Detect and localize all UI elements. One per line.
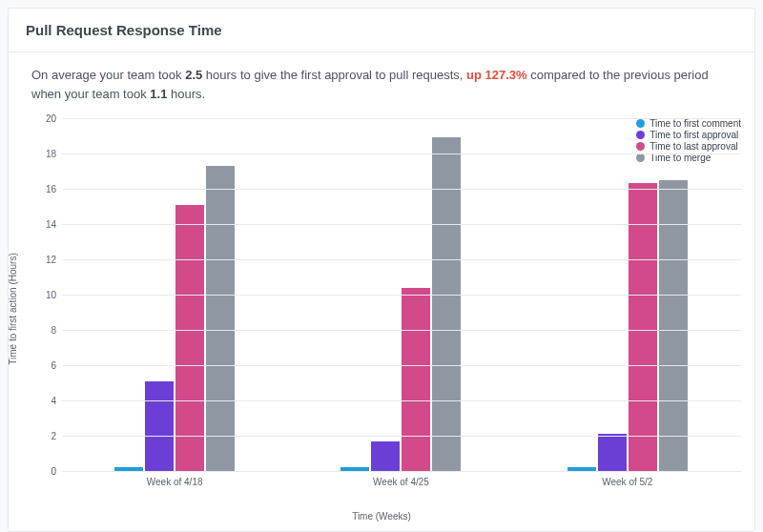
response-time-card: Pull Request Response Time On average yo… <box>8 8 755 532</box>
bar <box>598 434 627 471</box>
x-tick: Week of 4/18 <box>147 471 203 487</box>
summary-text: On average your team took <box>31 68 185 82</box>
grid-line <box>62 153 741 154</box>
grid-line <box>62 330 741 331</box>
grid-line <box>62 365 741 366</box>
grid-line <box>62 471 741 472</box>
x-axis-label: Time (Weeks) <box>9 509 754 531</box>
y-tick: 2 <box>51 431 62 441</box>
bar <box>206 166 235 471</box>
bar <box>175 205 204 471</box>
avg-prev: 1.1 <box>150 87 167 101</box>
y-tick: 16 <box>46 184 62 194</box>
plot-area: Week of 4/18Week of 4/25Week of 5/2 0246… <box>62 118 741 471</box>
x-tick: Week of 4/25 <box>373 471 429 487</box>
grid-line <box>62 118 741 119</box>
bar <box>371 441 400 471</box>
card-summary: On average your team took 2.5 hours to g… <box>9 52 754 109</box>
bar <box>145 381 174 471</box>
y-tick: 14 <box>46 219 62 230</box>
y-tick: 6 <box>51 360 62 371</box>
bar <box>629 183 657 471</box>
x-tick: Week of 5/2 <box>602 471 652 487</box>
grid-line <box>62 259 741 260</box>
grid-line <box>62 400 741 401</box>
avg-current: 2.5 <box>185 68 202 82</box>
y-axis-label: Time to first action (Hours) <box>8 253 18 364</box>
grid-line <box>62 436 741 437</box>
y-tick: 20 <box>46 113 62 124</box>
grid-line <box>62 224 741 225</box>
y-tick: 18 <box>46 149 62 159</box>
chart: Time to first commentTime to first appro… <box>9 109 754 509</box>
y-tick: 8 <box>51 325 62 336</box>
delta-up: up 127.3% <box>466 68 527 82</box>
y-tick: 4 <box>51 396 62 406</box>
card-title: Pull Request Response Time <box>26 22 737 38</box>
summary-text: hours. <box>167 87 205 101</box>
card-header: Pull Request Response Time <box>9 9 754 52</box>
y-tick: 0 <box>51 466 62 477</box>
bar <box>402 288 430 471</box>
summary-text: hours to give the first approval to pull… <box>202 68 466 82</box>
bar <box>432 137 461 471</box>
grid-line <box>62 295 741 296</box>
y-tick: 12 <box>46 255 62 265</box>
grid-line <box>62 189 741 190</box>
y-tick: 10 <box>46 290 62 300</box>
